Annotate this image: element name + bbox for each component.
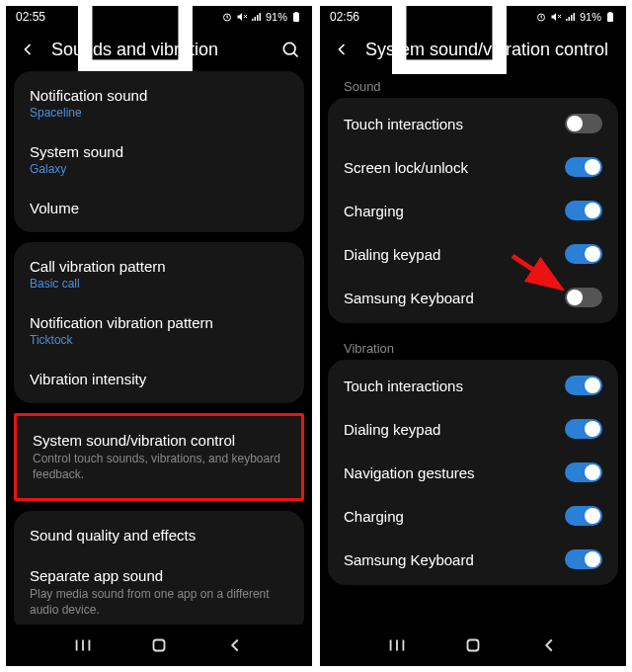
row-sound-keyboard[interactable]: Samsung Keyboard	[328, 276, 618, 319]
status-time: 02:56	[330, 10, 359, 24]
header: System sound/vibration control	[320, 28, 626, 71]
row-vib-dialing[interactable]: Dialing keypad	[328, 407, 618, 451]
row-sound-touch[interactable]: Touch interactions	[328, 102, 618, 145]
battery-text: 91%	[580, 11, 601, 23]
card-vibration: Touch interactions Dialing keypad Naviga…	[328, 360, 618, 585]
section-sound-label: Sound	[328, 71, 618, 98]
back-icon[interactable]	[18, 40, 38, 59]
toggle-vib-nav[interactable]	[565, 462, 602, 482]
row-vib-charging[interactable]: Charging	[328, 494, 618, 538]
toggle-sound-lock[interactable]	[565, 157, 602, 177]
row-vibration-intensity[interactable]: Vibration intensity	[14, 359, 304, 399]
signal-icon	[565, 11, 577, 23]
section-vibration-label: Vibration	[328, 333, 618, 360]
svg-line-7	[293, 52, 297, 56]
status-time: 02:55	[16, 10, 45, 24]
svg-rect-5	[295, 12, 298, 13]
header: Sounds and vibration	[6, 28, 312, 71]
search-icon[interactable]	[280, 40, 300, 59]
content: Sound Touch interactions Screen lock/unl…	[320, 71, 626, 625]
svg-point-6	[283, 42, 295, 54]
toggle-vib-charging[interactable]	[565, 506, 602, 526]
card-other: Sound quality and effects Separate app s…	[14, 511, 304, 625]
battery-icon	[604, 11, 616, 23]
nav-bar	[6, 625, 312, 666]
phone-right: 02:56 91% System sound/vibration control…	[320, 6, 626, 666]
phone-left: 02:55 91% Sounds and vibration Notificat…	[6, 6, 312, 666]
battery-text: 91%	[266, 11, 287, 23]
page-title: Sounds and vibration	[51, 40, 267, 60]
mute-icon	[236, 11, 248, 23]
svg-rect-23	[467, 640, 478, 651]
nav-home[interactable]	[462, 634, 484, 656]
nav-home[interactable]	[148, 634, 170, 656]
row-sound-charging[interactable]: Charging	[328, 189, 618, 232]
row-system-sound[interactable]: System sound Galaxy	[14, 131, 304, 188]
row-vib-nav[interactable]: Navigation gestures	[328, 451, 618, 494]
alarm-icon	[221, 11, 233, 23]
row-system-sound-vibration-control[interactable]: System sound/vibration control Control t…	[17, 420, 301, 494]
row-volume[interactable]: Volume	[14, 188, 304, 228]
row-separate-app-sound[interactable]: Separate app sound Play media sound from…	[14, 555, 304, 625]
svg-rect-16	[607, 13, 613, 22]
card-sounds: Notification sound Spaceline System soun…	[14, 71, 304, 232]
nav-bar	[320, 625, 626, 666]
svg-rect-11	[153, 640, 164, 651]
nav-recent[interactable]	[72, 634, 94, 656]
toggle-sound-dialing[interactable]	[565, 244, 602, 264]
card-vibration: Call vibration pattern Basic call Notifi…	[14, 242, 304, 403]
row-vib-keyboard[interactable]: Samsung Keyboard	[328, 538, 618, 581]
toggle-vib-dialing[interactable]	[565, 419, 602, 439]
toggle-vib-touch[interactable]	[565, 376, 602, 395]
nav-recent[interactable]	[386, 634, 408, 656]
row-sound-quality[interactable]: Sound quality and effects	[14, 515, 304, 555]
toggle-sound-keyboard[interactable]	[565, 288, 602, 307]
page-title: System sound/vibration control	[365, 40, 614, 60]
row-vib-touch[interactable]: Touch interactions	[328, 364, 618, 407]
card-sound: Touch interactions Screen lock/unlock Ch…	[328, 98, 618, 323]
mute-icon	[550, 11, 562, 23]
toggle-vib-keyboard[interactable]	[565, 549, 602, 569]
toggle-sound-touch[interactable]	[565, 114, 602, 133]
row-sound-lock[interactable]: Screen lock/unlock	[328, 145, 618, 189]
svg-rect-4	[293, 13, 299, 22]
nav-back[interactable]	[538, 634, 560, 656]
card-svc-highlighted: System sound/vibration control Control t…	[14, 413, 304, 501]
svg-rect-17	[609, 12, 612, 13]
battery-icon	[290, 11, 302, 23]
row-call-vibration[interactable]: Call vibration pattern Basic call	[14, 246, 304, 302]
status-bar: 02:56 91%	[320, 6, 626, 28]
row-notification-sound[interactable]: Notification sound Spaceline	[14, 75, 304, 131]
row-sound-dialing[interactable]: Dialing keypad	[328, 232, 618, 276]
toggle-sound-charging[interactable]	[565, 201, 602, 220]
back-icon[interactable]	[332, 40, 352, 59]
nav-back[interactable]	[224, 634, 246, 656]
content: Notification sound Spaceline System soun…	[6, 71, 312, 625]
status-bar: 02:55 91%	[6, 6, 312, 28]
row-notification-vibration[interactable]: Notification vibration pattern Ticktock	[14, 302, 304, 359]
alarm-icon	[535, 11, 547, 23]
signal-icon	[251, 11, 263, 23]
